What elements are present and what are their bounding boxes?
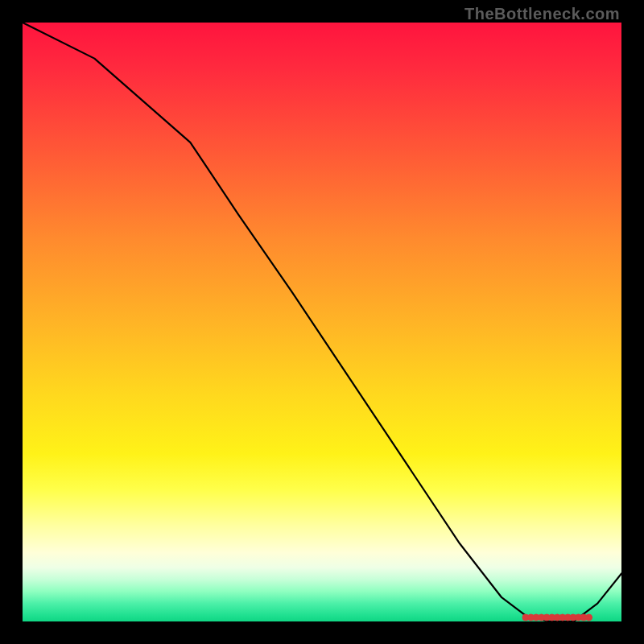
bottleneck-curve <box>23 23 621 621</box>
plot-area <box>23 23 621 621</box>
watermark-text: TheBottleneck.com <box>464 5 620 23</box>
chart-frame: TheBottleneck.com <box>0 0 644 644</box>
